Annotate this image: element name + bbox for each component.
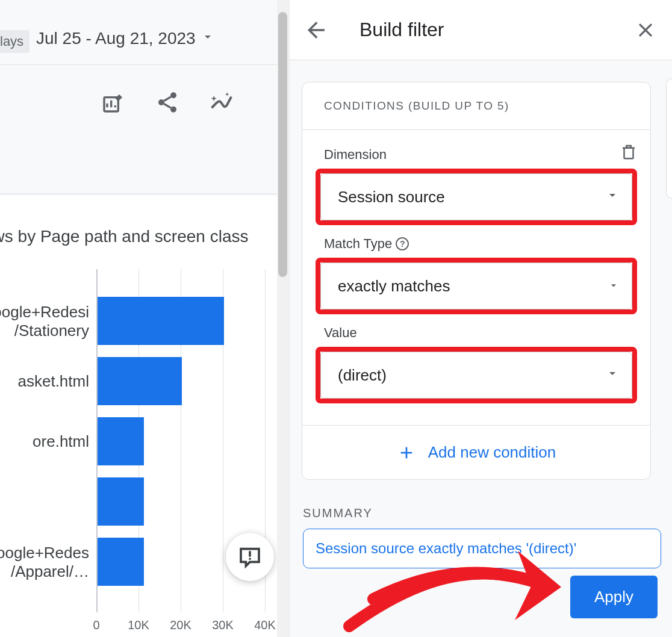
dimension-value: Session source: [338, 188, 605, 207]
bar[interactable]: [98, 297, 224, 345]
x-tick: 40K: [254, 618, 276, 632]
bar-label: ore.html: [0, 432, 89, 451]
svg-point-2: [158, 99, 164, 105]
filter-panel: Build filter CONDITIONS (BUILD UP TO 5) …: [289, 0, 672, 637]
caret-down-icon: [608, 277, 620, 296]
share-icon[interactable]: [154, 89, 181, 116]
report-pane: lays Jul 25 - Aug 21, 2023: [0, 0, 277, 637]
value-label: Value: [324, 325, 637, 341]
x-tick: 10K: [128, 618, 149, 632]
value-value: (direct): [338, 366, 605, 385]
summary-chip[interactable]: Session source exactly matches '(direct)…: [303, 529, 661, 568]
side-panel-handle[interactable]: [666, 78, 672, 199]
back-button[interactable]: [299, 13, 333, 47]
bar[interactable]: [98, 417, 144, 465]
value-select[interactable]: (direct): [320, 352, 632, 399]
report-toolbar: [0, 65, 277, 194]
x-tick: 30K: [212, 618, 234, 632]
bar-label: oogle+Redes/Apparel/…: [0, 544, 89, 581]
annotation-highlight: exactly matches: [316, 258, 637, 314]
help-icon[interactable]: ?: [396, 237, 409, 250]
bar-label: oogle+Redesi/Stationery: [0, 303, 89, 340]
feedback-fab[interactable]: [226, 533, 274, 581]
x-tick: 0: [93, 618, 99, 632]
chart-title: ews by Page path and screen class: [0, 227, 248, 246]
date-range-picker[interactable]: Jul 25 - Aug 21, 2023: [36, 29, 215, 48]
topbar: lays Jul 25 - Aug 21, 2023: [0, 0, 277, 65]
plus-icon: [397, 443, 416, 462]
x-tick: 20K: [170, 618, 191, 632]
match-type-label: Match Type ?: [324, 236, 637, 252]
caret-down-icon: [201, 29, 215, 48]
insights-icon[interactable]: [208, 89, 235, 116]
summary-label: SUMMARY: [303, 506, 672, 520]
add-condition-button[interactable]: Add new condition: [302, 425, 650, 479]
conditions-card-label: CONDITIONS (BUILD UP TO 5): [302, 82, 650, 130]
date-range-label: Jul 25 - Aug 21, 2023: [36, 29, 196, 48]
bar[interactable]: [98, 477, 144, 526]
caret-down-icon: [605, 366, 620, 385]
preset-days-chip[interactable]: lays: [0, 30, 30, 53]
panel-title: Build filter: [343, 19, 619, 41]
apply-button[interactable]: Apply: [570, 576, 658, 618]
match-type-value: exactly matches: [338, 277, 608, 296]
panel-header: Build filter: [290, 0, 672, 60]
match-type-select[interactable]: exactly matches: [320, 263, 632, 309]
svg-point-3: [170, 107, 176, 113]
conditions-card: CONDITIONS (BUILD UP TO 5) Dimension Ses…: [302, 82, 651, 480]
dimension-select[interactable]: Session source: [320, 173, 632, 220]
caret-down-icon: [605, 188, 620, 207]
bar[interactable]: [98, 538, 144, 586]
annotation-highlight: (direct): [316, 347, 637, 403]
add-condition-label: Add new condition: [428, 443, 556, 462]
svg-point-1: [170, 92, 176, 98]
close-button[interactable]: [629, 13, 662, 47]
annotation-highlight: Session source: [316, 169, 637, 225]
delete-condition-button[interactable]: [618, 141, 639, 163]
customize-report-icon[interactable]: [100, 89, 126, 116]
bar-label: asket.html: [0, 372, 89, 391]
scrollbar-thumb[interactable]: [278, 12, 287, 277]
svg-point-4: [249, 558, 251, 561]
bar[interactable]: [98, 357, 182, 405]
scrollbar[interactable]: [277, 0, 289, 637]
dimension-label: Dimension: [324, 147, 637, 163]
